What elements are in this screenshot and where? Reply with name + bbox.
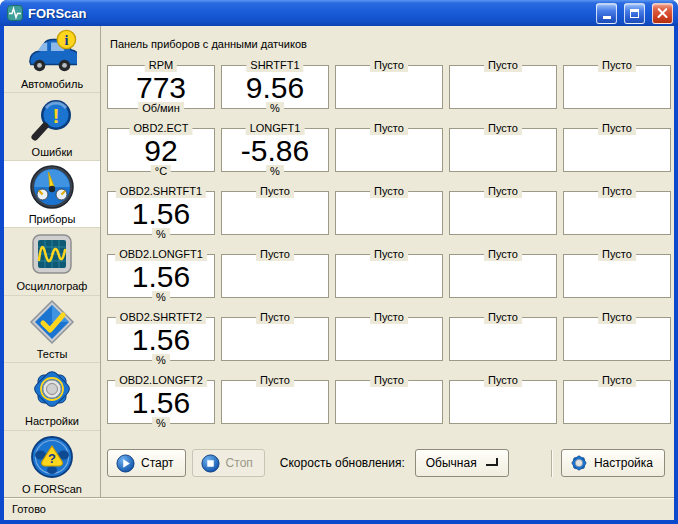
- sensor-value: [450, 381, 556, 423]
- sensor-value: [450, 66, 556, 108]
- play-icon: [116, 454, 135, 473]
- sensor-value: [222, 318, 328, 360]
- sidebar-item-car[interactable]: i Автомобиль: [4, 26, 100, 93]
- start-button-label: Старт: [141, 456, 174, 470]
- sensor-cell[interactable]: Пусто: [221, 317, 329, 361]
- about-wheel-icon: ?: [27, 433, 77, 481]
- sensor-label: OBD2.SHRTFT2: [116, 311, 206, 324]
- stop-icon: [201, 454, 220, 473]
- sidebar-item-gauges[interactable]: Приборы: [4, 161, 100, 228]
- sensor-value: [564, 381, 670, 423]
- sensor-unit: %: [266, 165, 284, 178]
- sensor-cell[interactable]: Пусто: [335, 317, 443, 361]
- sidebar-item-settings[interactable]: Настройки: [4, 363, 100, 430]
- sidebar-item-oscilloscope[interactable]: Осциллограф: [4, 228, 100, 295]
- sensor-label: Пусто: [256, 248, 294, 261]
- sensor-value: [336, 255, 442, 297]
- sidebar-item-label: Настройки: [25, 415, 79, 427]
- close-button[interactable]: [652, 3, 673, 24]
- forscan-logo-icon: [7, 5, 23, 21]
- sensor-label: Пусто: [484, 311, 522, 324]
- sensor-cell[interactable]: OBD2.SHRTFT2 1.56 %: [107, 317, 215, 361]
- sensor-cell[interactable]: Пусто: [449, 317, 557, 361]
- sensor-cell[interactable]: Пусто: [221, 380, 329, 424]
- sensor-cell[interactable]: Пусто: [563, 380, 671, 424]
- maximize-button[interactable]: [624, 3, 645, 24]
- sensor-label: Пусто: [370, 311, 408, 324]
- sensor-label: Пусто: [370, 59, 408, 72]
- sensor-value: [222, 381, 328, 423]
- sensor-value: [564, 255, 670, 297]
- sensor-cell[interactable]: Пусто: [563, 128, 671, 172]
- gauges-icon: [27, 163, 77, 211]
- sensor-cell[interactable]: RPM 773 Об/мин: [107, 65, 215, 109]
- sensor-cell[interactable]: Пусто: [449, 254, 557, 298]
- controls-bar: Старт Стоп Скорость обновления:: [107, 449, 665, 477]
- sensor-unit: %: [152, 228, 170, 241]
- sensor-value: [450, 255, 556, 297]
- sensor-unit: %: [152, 291, 170, 304]
- sidebar-item-errors[interactable]: ! Ошибки: [4, 93, 100, 160]
- sensor-cell[interactable]: Пусто: [563, 65, 671, 109]
- sidebar-item-tests[interactable]: Тесты: [4, 296, 100, 363]
- sensor-cell[interactable]: Пусто: [335, 65, 443, 109]
- sensor-label: RPM: [145, 59, 177, 72]
- sensor-cell[interactable]: Пусто: [221, 191, 329, 235]
- sensor-value: [336, 381, 442, 423]
- sensor-cell[interactable]: SHRTFT1 9.56 %: [221, 65, 329, 109]
- refresh-rate-label: Скорость обновления:: [280, 456, 405, 470]
- sensor-cell[interactable]: Пусто: [335, 380, 443, 424]
- sidebar: i Автомобиль ! Ошибки Приборы Осциллогра…: [4, 26, 101, 497]
- sensor-value: [222, 255, 328, 297]
- sensor-cell[interactable]: Пусто: [563, 317, 671, 361]
- sensor-cell[interactable]: Пусто: [449, 380, 557, 424]
- start-button[interactable]: Старт: [107, 449, 186, 477]
- sensor-label: Пусто: [256, 311, 294, 324]
- sensor-cell[interactable]: OBD2.ECT 92 °C: [107, 128, 215, 172]
- sensor-label: Пусто: [484, 374, 522, 387]
- sensor-value: [564, 129, 670, 171]
- sensor-unit: %: [266, 102, 284, 115]
- sensor-cell[interactable]: Пусто: [335, 254, 443, 298]
- sensor-cell[interactable]: OBD2.LONGFT1 1.56 %: [107, 254, 215, 298]
- sensor-label: Пусто: [598, 311, 636, 324]
- minimize-button[interactable]: [596, 3, 617, 24]
- sensor-cell[interactable]: Пусто: [335, 191, 443, 235]
- sensor-unit: %: [152, 354, 170, 367]
- sensor-label: Пусто: [484, 248, 522, 261]
- sensor-cell[interactable]: LONGFT1 -5.86 %: [221, 128, 329, 172]
- sensor-label: Пусто: [598, 59, 636, 72]
- sensor-cell[interactable]: Пусто: [563, 191, 671, 235]
- sensor-grid: RPM 773 Об/мин SHRTFT1 9.56 % Пусто Пуст…: [107, 65, 674, 424]
- close-icon: [656, 7, 669, 20]
- sensor-value: [564, 318, 670, 360]
- sensor-value: [336, 129, 442, 171]
- dashboard-settings-label: Настройка: [594, 456, 653, 470]
- oscilloscope-icon: [27, 230, 77, 278]
- sensor-unit: °C: [151, 165, 171, 178]
- sensor-cell[interactable]: Пусто: [449, 65, 557, 109]
- refresh-rate-dropdown[interactable]: Обычная: [415, 449, 509, 477]
- sidebar-item-about[interactable]: ? О FORScan: [4, 431, 100, 497]
- sensor-cell[interactable]: OBD2.LONGFT2 1.56 %: [107, 380, 215, 424]
- stop-button[interactable]: Стоп: [192, 449, 265, 477]
- svg-text:?: ?: [48, 451, 56, 466]
- sensor-cell[interactable]: Пусто: [449, 128, 557, 172]
- sensor-label: Пусто: [370, 374, 408, 387]
- sensor-value: [222, 192, 328, 234]
- dashboard-settings-button[interactable]: Настройка: [561, 449, 665, 477]
- sensor-label: OBD2.LONGFT1: [115, 248, 207, 261]
- sensor-cell[interactable]: OBD2.SHRTFT1 1.56 %: [107, 191, 215, 235]
- settings-gear-icon: [27, 365, 77, 413]
- sidebar-item-label: Тесты: [37, 348, 68, 360]
- sensor-cell[interactable]: Пусто: [335, 128, 443, 172]
- window-body: i Автомобиль ! Ошибки Приборы Осциллогра…: [4, 26, 674, 520]
- car-info-icon: i: [27, 28, 77, 76]
- sensor-cell[interactable]: Пусто: [221, 254, 329, 298]
- sensor-cell[interactable]: Пусто: [563, 254, 671, 298]
- sensor-unit: Об/мин: [138, 102, 184, 115]
- sensor-label: Пусто: [370, 122, 408, 135]
- sensor-label: Пусто: [370, 185, 408, 198]
- sensor-label: Пусто: [598, 374, 636, 387]
- sensor-cell[interactable]: Пусто: [449, 191, 557, 235]
